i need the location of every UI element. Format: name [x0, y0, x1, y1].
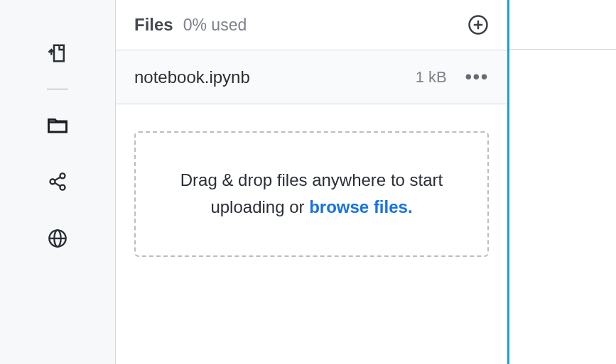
file-name: notebook.ipynb — [134, 67, 416, 87]
share-icon — [48, 172, 67, 192]
sidebar-divider — [47, 89, 68, 89]
panel-header: Files 0% used — [116, 0, 507, 50]
nav-sidebar — [0, 0, 115, 364]
svg-point-2 — [60, 185, 65, 190]
nav-web[interactable] — [43, 224, 72, 253]
nav-files[interactable] — [43, 111, 72, 139]
nav-share[interactable] — [43, 167, 72, 196]
browse-files-link[interactable]: browse files. — [309, 197, 412, 216]
panel-usage: 0% used — [183, 16, 247, 35]
svg-point-1 — [60, 173, 65, 178]
file-row[interactable]: notebook.ipynb 1 kB ••• — [116, 50, 507, 104]
files-panel: Files 0% used notebook.ipynb 1 kB ••• Dr… — [115, 0, 509, 364]
nav-upload[interactable] — [43, 39, 72, 67]
file-size: 1 kB — [416, 68, 447, 87]
plus-circle-icon — [468, 14, 489, 35]
panel-title: Files — [134, 15, 173, 35]
upload-file-icon — [47, 43, 68, 64]
svg-line-4 — [55, 183, 60, 187]
svg-line-3 — [55, 177, 60, 181]
folder-icon — [47, 115, 68, 135]
svg-point-0 — [50, 180, 55, 184]
more-icon: ••• — [465, 66, 489, 87]
add-file-button[interactable] — [468, 14, 489, 35]
drop-zone[interactable]: Drag & drop files anywhere to start uplo… — [134, 131, 489, 257]
content-area — [509, 49, 616, 364]
file-more-button[interactable]: ••• — [465, 66, 489, 88]
globe-icon — [48, 228, 67, 248]
